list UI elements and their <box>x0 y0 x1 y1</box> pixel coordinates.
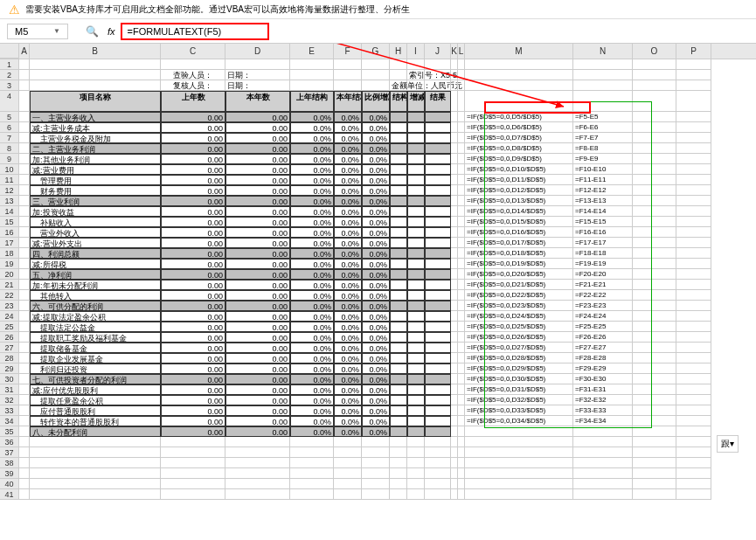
cell[interactable] <box>458 322 465 332</box>
cell[interactable] <box>458 489 465 500</box>
cell[interactable] <box>676 238 711 248</box>
cell[interactable] <box>458 280 465 290</box>
cell[interactable] <box>676 479 711 489</box>
cell[interactable]: =F6-E6 <box>573 122 633 133</box>
cell[interactable] <box>458 384 465 395</box>
cell[interactable]: 0.0% <box>290 363 334 374</box>
cell[interactable] <box>407 290 425 301</box>
cell[interactable] <box>407 322 425 332</box>
cell[interactable]: 0.0% <box>334 416 362 426</box>
cell[interactable] <box>425 332 451 343</box>
cell[interactable]: 0.00 <box>161 301 225 311</box>
cell[interactable] <box>451 363 458 374</box>
cell[interactable] <box>465 80 573 91</box>
cell[interactable] <box>290 489 334 500</box>
cell[interactable]: 0.0% <box>290 269 334 280</box>
cell[interactable] <box>407 479 425 489</box>
cell[interactable] <box>458 70 465 80</box>
cell[interactable] <box>407 405 425 416</box>
cell[interactable] <box>334 80 362 91</box>
cell[interactable] <box>465 489 573 500</box>
cell[interactable]: 0.0% <box>362 301 390 311</box>
cell[interactable]: 提取法定公益金 <box>30 322 161 332</box>
cell[interactable] <box>676 301 711 311</box>
cell[interactable] <box>407 185 425 196</box>
cell[interactable] <box>19 248 30 259</box>
cell[interactable]: 0.00 <box>225 353 290 363</box>
cell[interactable]: =F14-E14 <box>573 206 633 217</box>
cell[interactable]: =IF($D$5=0,0,D19/$D$5) <box>465 259 573 269</box>
cell[interactable] <box>451 405 458 416</box>
cell[interactable]: 加:年初未分配利润 <box>30 280 161 290</box>
row-header[interactable]: 13 <box>0 196 19 206</box>
cell[interactable] <box>362 479 390 489</box>
cell[interactable] <box>334 70 362 80</box>
cell[interactable] <box>425 311 451 322</box>
cell[interactable] <box>451 91 458 112</box>
cell[interactable] <box>19 332 30 343</box>
cell[interactable] <box>425 290 451 301</box>
cell[interactable] <box>19 374 30 384</box>
cell[interactable] <box>407 363 425 374</box>
cell[interactable] <box>451 196 458 206</box>
cell[interactable]: 0.00 <box>161 290 225 301</box>
cell[interactable] <box>407 395 425 405</box>
cell[interactable] <box>362 70 390 80</box>
cell[interactable] <box>458 206 465 217</box>
cell[interactable] <box>425 59 451 70</box>
cell[interactable]: 0.0% <box>334 206 362 217</box>
cell[interactable] <box>390 301 407 311</box>
cell[interactable]: 0.0% <box>334 280 362 290</box>
cell[interactable]: =F8-E8 <box>573 143 633 154</box>
cell[interactable]: 0.00 <box>225 343 290 353</box>
cell[interactable] <box>573 70 633 80</box>
cell[interactable]: 0.00 <box>161 269 225 280</box>
cell[interactable] <box>676 395 711 405</box>
cell[interactable]: 六、可供分配的利润 <box>30 301 161 311</box>
col-header-D[interactable]: D <box>225 44 290 59</box>
cell[interactable]: 0.0% <box>334 196 362 206</box>
row-header[interactable]: 6 <box>0 122 19 133</box>
row-header[interactable]: 38 <box>0 458 19 468</box>
cell[interactable]: 0.00 <box>161 332 225 343</box>
cell[interactable]: 0.00 <box>161 154 225 164</box>
cell[interactable] <box>451 311 458 322</box>
cell[interactable] <box>407 301 425 311</box>
cell[interactable] <box>676 405 711 416</box>
cell[interactable]: =F15-E15 <box>573 217 633 227</box>
cell[interactable] <box>451 426 458 437</box>
cell[interactable] <box>19 227 30 238</box>
cell[interactable] <box>19 217 30 227</box>
cell[interactable] <box>451 143 458 154</box>
cell[interactable]: 转作资本的普通股股利 <box>30 416 161 426</box>
cell[interactable]: 0.0% <box>290 343 334 353</box>
cell[interactable]: 0.00 <box>161 416 225 426</box>
cell[interactable] <box>465 479 573 489</box>
cell[interactable] <box>30 458 161 468</box>
cell[interactable]: 0.00 <box>161 343 225 353</box>
cell[interactable] <box>390 143 407 154</box>
cell[interactable] <box>19 384 30 395</box>
cell[interactable] <box>425 196 451 206</box>
cell[interactable] <box>676 280 711 290</box>
cell[interactable] <box>290 458 334 468</box>
cell[interactable]: =IF($D$5=0,0,D11/$D$5) <box>465 175 573 185</box>
cell[interactable] <box>633 185 676 196</box>
cell[interactable]: 0.0% <box>362 133 390 143</box>
cell[interactable] <box>425 353 451 363</box>
cell[interactable] <box>390 133 407 143</box>
cell[interactable] <box>458 259 465 269</box>
cell[interactable]: 加:投资收益 <box>30 206 161 217</box>
cell[interactable] <box>573 437 633 447</box>
cell[interactable] <box>458 59 465 70</box>
cell[interactable]: 0.0% <box>334 238 362 248</box>
cell[interactable]: =IF($D$5=0,0,D13/$D$5) <box>465 196 573 206</box>
cell[interactable] <box>676 353 711 363</box>
cell[interactable]: 0.00 <box>225 164 290 175</box>
cell[interactable] <box>390 426 407 437</box>
cell[interactable] <box>161 447 225 458</box>
cell[interactable] <box>458 290 465 301</box>
cell[interactable] <box>390 227 407 238</box>
cell[interactable] <box>676 468 711 479</box>
cell[interactable] <box>390 290 407 301</box>
